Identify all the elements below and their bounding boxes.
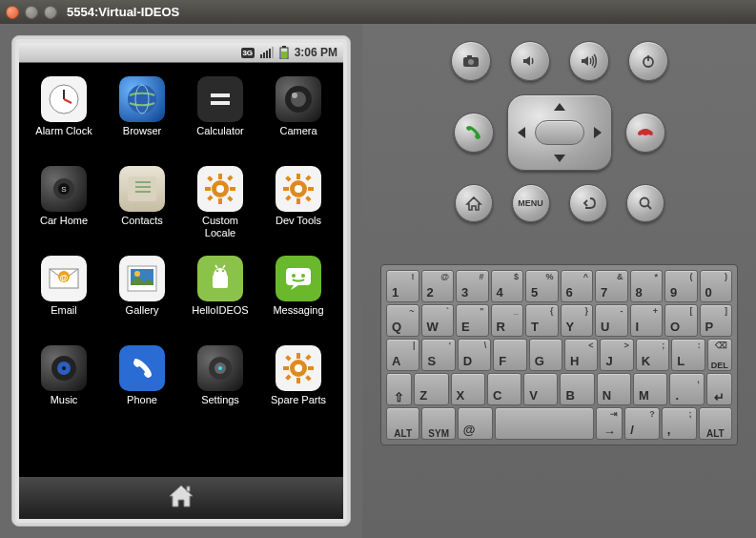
svg-rect-2: [266, 51, 268, 58]
dpad-up[interactable]: [554, 103, 565, 111]
key-2[interactable]: 2@: [421, 270, 455, 302]
key-.[interactable]: .,: [669, 373, 704, 405]
call-button[interactable]: [454, 113, 494, 153]
key-g[interactable]: G: [529, 339, 562, 371]
app-calculator[interactable]: Calculator: [181, 76, 259, 166]
app-email[interactable]: @Email: [25, 256, 103, 345]
end-call-button[interactable]: [625, 113, 665, 153]
key-t[interactable]: T{: [525, 304, 559, 337]
volume-up-button[interactable]: [569, 41, 609, 81]
key-q[interactable]: Q~: [386, 304, 419, 337]
app-browser[interactable]: Browser: [103, 76, 181, 166]
svg-rect-70: [285, 355, 291, 361]
window-title-bar: 5554:Virtual-IDEOS: [0, 0, 756, 24]
app-spare-parts[interactable]: Spare Parts: [259, 345, 337, 435]
key-alt[interactable]: ALT: [699, 407, 732, 440]
app-alarm-clock[interactable]: Alarm Clock: [25, 76, 103, 166]
key-k[interactable]: K;: [636, 339, 669, 371]
key-a[interactable]: A|: [386, 339, 419, 371]
svg-rect-1: [263, 52, 265, 58]
dpad-right[interactable]: [594, 127, 602, 138]
key-9[interactable]: 9(: [664, 270, 698, 302]
key-e[interactable]: E": [456, 304, 489, 337]
app-helloideos[interactable]: HelloIDEOS: [181, 256, 259, 345]
key-u[interactable]: U-: [595, 304, 628, 337]
key-i[interactable]: I+: [630, 304, 664, 337]
window-maximize-button[interactable]: [44, 6, 57, 19]
key-1[interactable]: 1!: [386, 270, 419, 302]
power-button[interactable]: [628, 41, 668, 81]
key-sym[interactable]: SYM: [421, 407, 455, 440]
app-settings[interactable]: Settings: [181, 345, 259, 435]
key-6[interactable]: 6^: [561, 270, 594, 302]
key-c[interactable]: C: [487, 373, 521, 405]
key-f[interactable]: F: [493, 339, 526, 371]
key-0[interactable]: 0): [700, 270, 733, 302]
svg-rect-67: [296, 378, 300, 383]
key-n[interactable]: N: [597, 373, 631, 405]
key-3[interactable]: 3#: [456, 270, 489, 302]
app-phone[interactable]: Phone: [103, 345, 181, 435]
key-space[interactable]: [495, 407, 595, 440]
key-o[interactable]: O[: [664, 304, 698, 337]
key-m[interactable]: M: [633, 373, 667, 405]
key-w[interactable]: W`: [421, 304, 455, 337]
camera-button[interactable]: [451, 41, 491, 81]
key-8[interactable]: 8*: [630, 270, 664, 302]
window-close-button[interactable]: [6, 6, 19, 19]
msg-icon: [276, 256, 321, 301]
app-messaging[interactable]: Messaging: [259, 256, 337, 345]
home-button[interactable]: [455, 184, 493, 222]
key-⇧[interactable]: ⇧: [386, 373, 412, 405]
home-icon[interactable]: [166, 482, 196, 514]
menu-button[interactable]: MENU: [512, 184, 550, 222]
key-l[interactable]: L:: [671, 339, 705, 371]
keyboard: 1!2@3#4$5%6^7&8*9(0)Q~W`E"R_T{Y}U-I+O[P]…: [380, 264, 738, 445]
app-grid[interactable]: Alarm ClockBrowserCalculatorCameraSCar H…: [19, 63, 343, 477]
status-time: 3:06 PM: [295, 46, 337, 59]
key-v[interactable]: V: [523, 373, 558, 405]
app-music[interactable]: Music: [25, 345, 103, 435]
key-del[interactable]: ⌫DEL: [707, 339, 732, 371]
key-7[interactable]: 7&: [595, 270, 628, 302]
app-label: Gallery: [126, 304, 159, 317]
key-@[interactable]: @: [458, 407, 493, 440]
key-x[interactable]: X: [451, 373, 485, 405]
app-gallery[interactable]: Gallery: [103, 256, 181, 345]
key-/[interactable]: /?: [624, 407, 660, 440]
svg-point-50: [134, 271, 140, 277]
app-contacts[interactable]: Contacts: [103, 166, 181, 256]
svg-point-58: [301, 274, 305, 278]
window-minimize-button[interactable]: [25, 6, 38, 19]
search-button[interactable]: [626, 184, 664, 222]
key-z[interactable]: Z: [414, 373, 448, 405]
key-y[interactable]: Y}: [561, 304, 594, 337]
key-4[interactable]: 4$: [491, 270, 524, 302]
key-r[interactable]: R_: [491, 304, 524, 337]
app-car-home[interactable]: SCar Home: [25, 166, 103, 256]
key-alt[interactable]: ALT: [386, 407, 419, 440]
back-button[interactable]: [569, 184, 607, 222]
globe-icon: [119, 76, 165, 122]
key-b[interactable]: B: [560, 373, 594, 405]
svg-point-57: [292, 274, 296, 278]
dpad-center[interactable]: [535, 120, 584, 145]
key-s[interactable]: S': [421, 339, 455, 371]
key-5[interactable]: 5%: [525, 270, 559, 302]
key-p[interactable]: P]: [700, 304, 733, 337]
key-→[interactable]: →⇥: [596, 407, 623, 440]
key-h[interactable]: H<: [564, 339, 598, 371]
clock-icon: [41, 76, 87, 122]
app-camera[interactable]: Camera: [259, 76, 337, 166]
volume-down-button[interactable]: [510, 41, 550, 81]
dpad-left[interactable]: [518, 127, 525, 138]
key-↵[interactable]: ↵: [706, 373, 732, 405]
key-j[interactable]: J>: [600, 339, 633, 371]
key-d[interactable]: D\: [458, 339, 491, 371]
dpad-down[interactable]: [554, 155, 565, 162]
svg-rect-0: [260, 54, 262, 58]
svg-rect-41: [305, 196, 311, 201]
app-custom-locale[interactable]: Custom Locale: [181, 166, 259, 256]
key-,[interactable]: ,;: [662, 407, 697, 440]
app-dev-tools[interactable]: Dev Tools: [259, 166, 337, 256]
